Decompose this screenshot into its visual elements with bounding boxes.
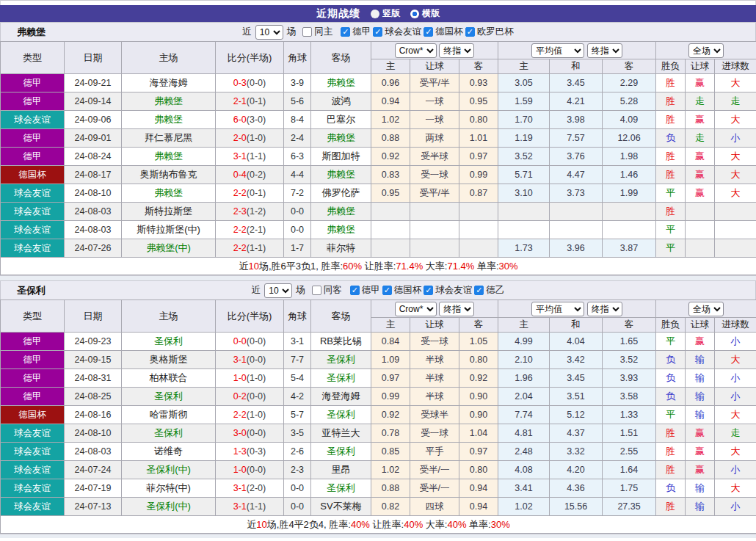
avg-home: 7.74 bbox=[498, 406, 550, 424]
odds-home bbox=[371, 221, 410, 239]
avg-home: 1.02 bbox=[498, 498, 550, 516]
col-result-handicap: 让球 bbox=[686, 59, 715, 74]
league-checkbox-0[interactable] bbox=[350, 286, 360, 295]
odds-handicap: 一球 bbox=[410, 92, 459, 111]
crow-company-select[interactable]: Crow* bbox=[395, 302, 437, 316]
team-section-home: 弗赖堡 近 10 场 同主 德甲 球会友谊 德国杯 欧罗巴杯 类型 日期 主场 … bbox=[0, 22, 756, 275]
odds-home: 0.78 bbox=[371, 424, 410, 443]
type-badge: 德甲 bbox=[1, 74, 65, 92]
corner-score: 5-7 bbox=[284, 406, 311, 424]
horizontal-layout-radio[interactable]: 横版 bbox=[410, 7, 440, 20]
type-badge: 德甲 bbox=[1, 351, 65, 369]
match-row: 球会友谊24-08-10弗赖堡2-2(0-1)7-2佛罗伦萨0.95受平/半0.… bbox=[1, 184, 756, 203]
match-row: 德甲24-08-31柏林联合1-0(1-0)5-4圣保利0.97半球0.921.… bbox=[1, 369, 756, 388]
match-date: 24-08-03 bbox=[65, 221, 122, 239]
col-score: 比分(半场) bbox=[216, 42, 284, 74]
result-wdl: 平 bbox=[656, 184, 686, 203]
same-venue-checkbox[interactable] bbox=[302, 27, 312, 37]
league-checkbox-1[interactable] bbox=[382, 286, 392, 295]
odds-away: 0.99 bbox=[459, 166, 498, 184]
match-row: 德甲24-09-15奥格斯堡3-1(0-0)7-7圣保利1.09半球0.802.… bbox=[1, 351, 756, 369]
result-goals: 大 bbox=[715, 479, 756, 498]
odds-home: 0.92 bbox=[371, 148, 410, 166]
result-goals: 大 bbox=[715, 111, 756, 129]
match-date: 24-08-17 bbox=[65, 166, 122, 184]
home-team: 圣保利 bbox=[122, 333, 216, 351]
result-wdl: 平 bbox=[656, 239, 686, 258]
col-type: 类型 bbox=[1, 42, 65, 74]
odds-handicap: 受一球 bbox=[410, 166, 459, 184]
scope-select[interactable]: 全场 bbox=[688, 302, 724, 316]
home-team: 圣保利(中) bbox=[122, 461, 216, 479]
home-team: 弗赖堡 bbox=[122, 184, 216, 203]
match-count-select[interactable]: 10 bbox=[255, 25, 283, 40]
type-badge: 球会友谊 bbox=[1, 443, 65, 461]
result-wdl: 负 bbox=[656, 369, 686, 388]
avg-away: 1.33 bbox=[603, 406, 656, 424]
col-crow-handicap: 让球 bbox=[410, 318, 459, 333]
avg-draw bbox=[550, 203, 603, 221]
league-checkbox-3[interactable] bbox=[465, 27, 475, 37]
home-team: 弗赖堡 bbox=[122, 148, 216, 166]
home-team: 柏林联合 bbox=[122, 369, 216, 388]
odds-home: 0.85 bbox=[371, 443, 410, 461]
match-score: 3-0(0-0) bbox=[216, 424, 284, 443]
match-score: 0-3(0-0) bbox=[216, 74, 284, 92]
match-row: 德国杯24-08-16哈雷斯彻2-2(1-0)5-7圣保利0.92受球半0.90… bbox=[1, 406, 756, 424]
crow-index-select[interactable]: 终指 bbox=[439, 43, 474, 58]
result-wdl: 胜 bbox=[656, 111, 686, 129]
avg-company-select[interactable]: 平均值 bbox=[531, 302, 584, 316]
odds-handicap: 半球 bbox=[410, 388, 459, 406]
near-label: 近 bbox=[242, 26, 252, 38]
league-checkbox-2[interactable] bbox=[424, 27, 433, 37]
avg-away: 3.52 bbox=[603, 351, 656, 369]
home-team: 哈雷斯彻 bbox=[122, 406, 216, 424]
corner-score: 0-0 bbox=[284, 498, 311, 516]
corner-score: 6-3 bbox=[284, 148, 311, 166]
match-count-select[interactable]: 10 bbox=[264, 283, 292, 298]
scope-select[interactable]: 全场 bbox=[688, 43, 724, 58]
crow-index-select[interactable]: 终指 bbox=[439, 302, 474, 316]
same-venue-checkbox[interactable] bbox=[312, 286, 321, 295]
avg-away: 2.29 bbox=[603, 74, 656, 92]
away-team: 亚特兰大 bbox=[311, 424, 371, 443]
top-strip bbox=[0, 0, 756, 5]
away-team: 波鸿 bbox=[311, 92, 371, 111]
avg-company-select[interactable]: 平均值 bbox=[531, 43, 584, 58]
avg-home: 1.96 bbox=[498, 369, 550, 388]
avg-odds-group: 平均值 终指 bbox=[498, 300, 656, 318]
odds-away: 0.93 bbox=[459, 74, 498, 92]
crow-company-select[interactable]: Crow* bbox=[395, 43, 437, 58]
odds-away: 0.92 bbox=[459, 369, 498, 388]
col-result-handicap: 让球 bbox=[686, 318, 715, 333]
near-label: 近 bbox=[252, 284, 261, 297]
avg-home: 1.70 bbox=[498, 111, 550, 129]
result-goals: 小 bbox=[715, 388, 756, 406]
league-checkbox-0[interactable] bbox=[341, 27, 350, 37]
col-date: 日期 bbox=[65, 300, 122, 333]
result-handicap: 赢 bbox=[686, 148, 715, 166]
vertical-layout-radio[interactable]: 竖版 bbox=[371, 7, 400, 20]
league-checkbox-2[interactable] bbox=[424, 286, 433, 295]
avg-index-select[interactable]: 终指 bbox=[587, 43, 622, 58]
match-score: 2-2(1-1) bbox=[216, 239, 284, 258]
match-row: 球会友谊24-07-24圣保利(中)1-0(0-0)2-3里昂1.02受半/一0… bbox=[1, 461, 756, 479]
result-handicap: 赢 bbox=[686, 333, 715, 351]
result-handicap: 赢 bbox=[686, 443, 715, 461]
filter-bar: 圣保利 近 10 场 同客 德甲 德国杯 球会友谊 德乙 bbox=[0, 280, 756, 299]
odds-home: 0.88 bbox=[371, 479, 410, 498]
odds-handicap: 受半/一 bbox=[410, 461, 459, 479]
odds-away: 0.90 bbox=[459, 406, 498, 424]
odds-away: 1.01 bbox=[459, 129, 498, 148]
league-checkbox-1[interactable] bbox=[373, 27, 382, 37]
odds-away: 0.97 bbox=[459, 148, 498, 166]
avg-index-select[interactable]: 终指 bbox=[587, 302, 622, 316]
result-goals: 小 bbox=[715, 498, 756, 516]
type-badge: 德甲 bbox=[1, 129, 65, 148]
league-checkbox-3[interactable] bbox=[474, 286, 484, 295]
odds-home: 1.02 bbox=[371, 111, 410, 129]
result-goals: 小 bbox=[715, 129, 756, 148]
odds-handicap: 平手 bbox=[410, 443, 459, 461]
title-bar: 近期战绩 竖版 横版 bbox=[0, 5, 756, 22]
horizontal-layout-label: 横版 bbox=[422, 7, 440, 20]
